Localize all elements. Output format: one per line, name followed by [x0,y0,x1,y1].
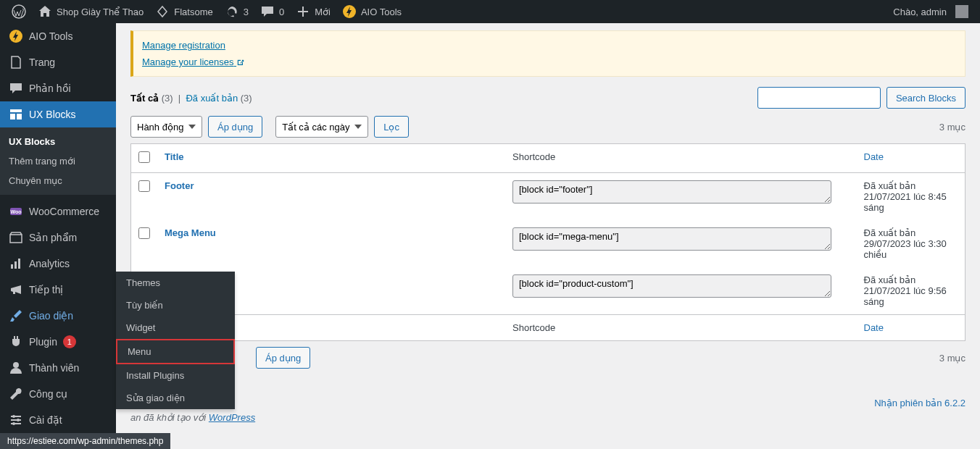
row-status: Đã xuất bản [864,180,958,191]
footer-credit: an đã khởi tạo với WordPress [130,412,255,423]
admin-toolbar: Shop Giày Thể Thao Flatsome 3 0 Mới AIO … [0,0,980,23]
flyout-menus[interactable]: Menu [116,339,235,364]
chart-icon [9,256,23,271]
updates-link[interactable]: 3 [219,0,254,23]
sidebar-item-aio[interactable]: AIO Tools [0,23,116,49]
bolt-icon [9,29,23,43]
shortcode-field[interactable]: [block id="mega-menu"] [512,227,831,251]
apply-bulk-button-bottom[interactable]: Áp dụng [256,347,310,369]
wrench-icon [9,387,23,401]
row-date: 21/07/2021 lúc 8:45 sáng [864,191,958,213]
sidebar-item-analytics[interactable]: Analytics [0,251,116,277]
plugin-icon [9,335,23,349]
flyout-widgets[interactable]: Widget [116,316,235,339]
flyout-install-plugins[interactable]: Install Plugins [116,364,235,387]
sidebar-item-users[interactable]: Thành viên [0,355,116,381]
svg-rect-9 [14,261,17,269]
woo-icon: Woo [9,204,23,219]
page-icon [9,55,23,70]
shortcode-field[interactable]: [block id="footer"] [512,180,831,203]
apply-bulk-button[interactable]: Áp dụng [208,116,262,138]
flyout-customize[interactable]: Tùy biến [116,294,235,316]
submenu-categories[interactable]: Chuyên mục [0,171,116,190]
update-icon [225,4,239,19]
filter-all[interactable]: Tất cả [130,93,159,104]
row-checkbox[interactable] [138,227,150,239]
sidebar-item-woocommerce[interactable]: WooWooCommerce [0,198,116,224]
svg-rect-5 [17,114,22,119]
aio-link[interactable]: AIO Tools [336,0,407,23]
filter-button[interactable]: Lọc [374,116,409,138]
sliders-icon [9,413,23,427]
sidebar-item-appearance[interactable]: Giao diện [0,303,116,329]
filter-published[interactable]: Đã xuất bản [186,93,238,104]
manage-licenses-link[interactable]: Manage your licenses [142,56,245,67]
sidebar-item-tools[interactable]: Công cụ [0,381,116,407]
admin-sidebar: AIO Tools Trang Phản hồi UX Blocks UX Bl… [0,23,116,449]
license-notice: Manage registration Manage your licenses [130,30,966,77]
wordpress-link[interactable]: WordPress [209,412,255,423]
svg-text:Woo: Woo [10,209,21,214]
submenu-ux-blocks[interactable]: UX Blocks [0,132,116,151]
blocks-table: Title Shortcode Date Footer [block id="f… [130,143,966,341]
table-row: [block id="product-custom"] Đã xuất bản2… [131,267,966,315]
row-status: Đã xuất bản [864,227,958,238]
wp-logo[interactable] [6,0,32,23]
col-shortcode-foot: Shortcode [505,315,857,341]
search-input[interactable] [757,87,881,109]
row-checkbox[interactable] [138,180,150,192]
blocks-icon [9,107,23,122]
brush-icon [9,309,23,323]
comments-link[interactable]: 0 [254,0,290,23]
sidebar-item-settings[interactable]: Cài đặt [0,407,116,433]
new-link[interactable]: Mới [290,0,336,23]
submenu-add-new[interactable]: Thêm trang mới [0,151,116,171]
col-date[interactable]: Date [864,151,884,162]
svg-rect-4 [10,114,15,119]
sidebar-item-ux-blocks[interactable]: UX Blocks [0,101,116,127]
external-link-icon [236,59,245,67]
svg-point-14 [12,422,15,425]
search-button[interactable]: Search Blocks [886,87,966,109]
account-link[interactable]: Chào, admin [887,0,974,23]
sidebar-submenu-ux: UX Blocks Thêm trang mới Chuyên mục [0,127,116,195]
table-row: Footer [block id="footer"] Đã xuất bản21… [131,173,966,221]
flyout-themes[interactable]: Themes [116,272,235,294]
avatar [955,5,968,18]
item-count-top: 3 mục [939,122,966,133]
sidebar-item-plugins[interactable]: Plugin1 [0,329,116,355]
item-count-bottom: 3 mục [939,353,966,364]
row-date: 21/07/2021 lúc 9:56 sáng [864,285,958,307]
bolt-icon [342,4,357,19]
megaphone-icon [9,282,23,297]
row-title-link[interactable]: Mega Menu [165,227,216,238]
sidebar-item-pages[interactable]: Trang [0,49,116,75]
select-all-top[interactable] [138,151,150,163]
flatsome-icon [155,4,170,19]
flyout-theme-editor[interactable]: Sửa giao diện [116,387,235,409]
row-title-link[interactable]: Footer [165,180,194,191]
row-status: Đã xuất bản [864,274,958,285]
browser-status-bar: https://estiee.com/wp-admin/themes.php [0,433,170,449]
shortcode-field[interactable]: [block id="product-custom"] [512,274,831,298]
svg-point-12 [12,415,15,418]
bulk-action-select[interactable]: Hành động [130,116,202,138]
svg-rect-3 [10,109,22,112]
site-link[interactable]: Shop Giày Thể Thao [32,0,149,23]
product-icon [9,230,23,245]
sidebar-item-feedback[interactable]: Phản hồi [0,75,116,101]
appearance-flyout: Themes Tùy biến Widget Menu Install Plug… [116,272,235,409]
svg-point-11 [13,362,19,368]
plus-icon [296,4,310,19]
sidebar-item-marketing[interactable]: Tiếp thị [0,277,116,303]
sidebar-item-products[interactable]: Sản phẩm [0,224,116,251]
col-date-foot[interactable]: Date [864,322,884,333]
manage-registration-link[interactable]: Manage registration [142,40,225,51]
table-row: Mega Menu [block id="mega-menu"] Đã xuất… [131,220,966,267]
version-link[interactable]: Nhận phiên bản 6.2.2 [874,398,966,408]
col-title[interactable]: Title [165,151,184,162]
date-filter-select[interactable]: Tất cả các ngày [275,116,368,138]
svg-point-13 [17,419,20,421]
theme-link[interactable]: Flatsome [149,0,218,23]
comment-icon [260,4,275,19]
